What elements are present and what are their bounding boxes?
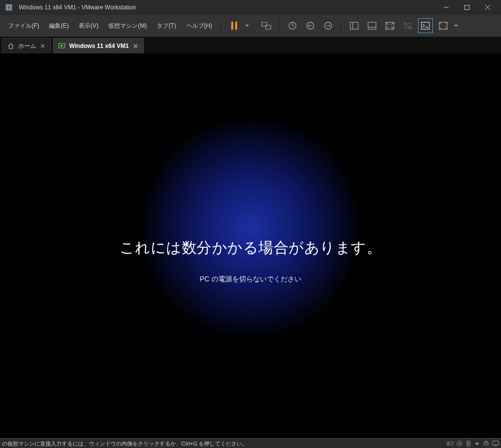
sound-icon[interactable] [474, 441, 480, 447]
svg-rect-34 [493, 441, 499, 445]
pause-vm-button[interactable] [227, 19, 241, 33]
svg-rect-29 [467, 441, 470, 443]
show-library-button[interactable] [347, 19, 361, 33]
svg-marker-24 [61, 45, 63, 47]
svg-rect-14 [350, 22, 358, 29]
vm-running-icon [58, 43, 65, 49]
fullscreen-button[interactable] [436, 19, 450, 33]
menu-vm[interactable]: 仮想マシン(M) [103, 15, 152, 37]
svg-rect-8 [235, 22, 237, 30]
home-icon [7, 43, 14, 49]
printer-icon[interactable] [483, 441, 489, 447]
fullscreen-dropdown-icon[interactable] [454, 25, 458, 27]
separator [221, 19, 221, 33]
hard-disk-icon[interactable] [447, 441, 454, 447]
svg-rect-21 [421, 22, 429, 29]
window-controls [436, 0, 498, 14]
separator [341, 19, 341, 33]
menu-view[interactable]: 表示(V) [74, 15, 103, 37]
show-thumbnail-button[interactable] [365, 19, 379, 33]
snapshot-manager-button[interactable] [321, 19, 335, 33]
maximize-button[interactable] [457, 0, 477, 14]
send-ctrl-alt-del-button[interactable] [259, 19, 273, 33]
svg-rect-32 [484, 443, 488, 445]
status-bar: の仮想マシンに直接入力するには、ウィンドウの内側をクリックするか、Ctrl+G … [0, 438, 501, 448]
title-bar: Windows 11 x64 VM1 - VMware Workstation [0, 0, 501, 15]
menu-bar: ファイル(F) 編集(E) 表示(V) 仮想マシン(M) タブ(T) ヘルプ(H… [0, 15, 501, 37]
svg-rect-30 [467, 444, 470, 446]
svg-rect-7 [231, 22, 233, 30]
network-icon[interactable] [465, 441, 471, 447]
display-icon[interactable] [492, 441, 499, 447]
window-title: Windows 11 x64 VM1 - VMware Workstation [19, 4, 436, 11]
snapshot-take-button[interactable] [286, 19, 299, 33]
status-tray [447, 441, 499, 447]
menu-file[interactable]: ファイル(F) [3, 15, 44, 37]
svg-point-28 [459, 443, 460, 445]
svg-rect-33 [485, 441, 487, 443]
quick-switch-button[interactable] [383, 19, 397, 33]
tab-home-close-icon[interactable]: ✕ [40, 43, 45, 50]
oobe-main-text: これには数分かかる場合があります。 [0, 238, 501, 258]
separator [279, 19, 280, 33]
guest-display[interactable]: これには数分かかる場合があります。 PC の電源を切らないでください [0, 53, 501, 438]
power-dropdown-icon[interactable] [245, 25, 249, 27]
snapshot-revert-button[interactable] [303, 19, 317, 33]
svg-rect-16 [368, 22, 376, 29]
menu-help[interactable]: ヘルプ(H) [181, 15, 217, 37]
console-view-button[interactable] [418, 19, 432, 33]
tab-vm1[interactable]: Windows 11 x64 VM1 ✕ [53, 38, 144, 53]
tab-vm1-close-icon[interactable]: ✕ [133, 43, 138, 50]
app-icon [5, 3, 13, 11]
menu-tabs[interactable]: タブ(T) [152, 15, 181, 37]
oobe-message: これには数分かかる場合があります。 PC の電源を切らないでください [0, 238, 501, 284]
tab-home-label: ホーム [18, 42, 36, 50]
oobe-sub-text: PC の電源を切らないでください [0, 275, 501, 284]
menu-edit[interactable]: 編集(E) [44, 15, 74, 37]
unity-button [401, 19, 415, 33]
cd-icon[interactable] [457, 441, 462, 447]
svg-point-26 [448, 443, 449, 444]
status-hint: の仮想マシンに直接入力するには、ウィンドウの内側をクリックするか、Ctrl+G … [2, 440, 248, 448]
tab-vm1-label: Windows 11 x64 VM1 [69, 43, 129, 49]
background-glow [137, 114, 364, 341]
svg-rect-4 [465, 5, 469, 10]
close-button[interactable] [477, 0, 498, 14]
svg-rect-2 [7, 6, 10, 9]
tab-bar: ホーム ✕ Windows 11 x64 VM1 ✕ [0, 37, 501, 53]
separator [253, 19, 253, 33]
minimize-button[interactable] [436, 0, 457, 14]
tab-home[interactable]: ホーム ✕ [2, 38, 51, 53]
svg-point-27 [457, 441, 462, 446]
